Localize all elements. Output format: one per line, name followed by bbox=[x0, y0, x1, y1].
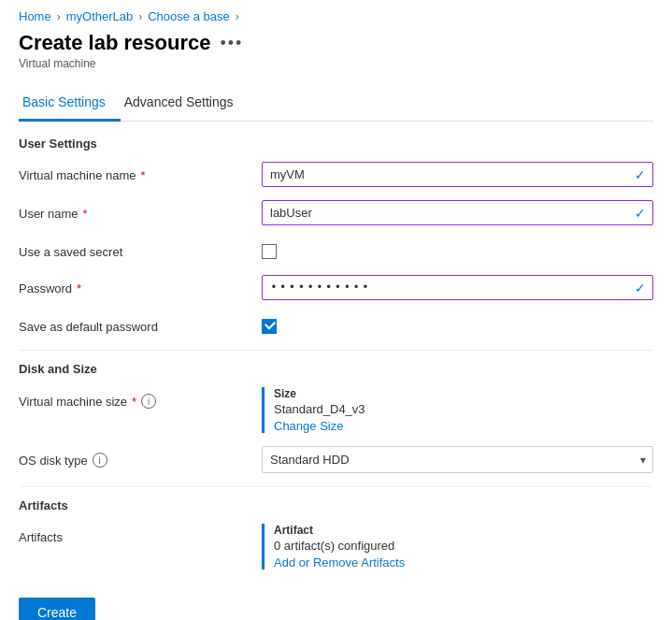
saved-secret-control bbox=[262, 238, 653, 262]
vm-size-control: Size Standard_D4_v3 Change Size bbox=[262, 387, 653, 433]
change-size-link[interactable]: Change Size bbox=[274, 419, 343, 433]
password-control: ✓ bbox=[262, 275, 653, 300]
add-remove-artifacts-link[interactable]: Add or Remove Artifacts bbox=[274, 555, 405, 570]
vm-size-row: Virtual machine size * i Size Standard_D… bbox=[19, 387, 653, 433]
save-default-label: Save as default password bbox=[19, 313, 262, 334]
save-default-row: Save as default password bbox=[19, 313, 653, 337]
tabs-container: Basic Settings Advanced Settings bbox=[19, 85, 653, 122]
vm-name-check-icon: ✓ bbox=[635, 167, 646, 182]
vm-name-row: Virtual machine name * ✓ bbox=[19, 162, 653, 187]
os-disk-control: Standard HDD Standard SSD Premium SSD ▾ bbox=[262, 446, 653, 473]
size-heading: Size bbox=[274, 387, 653, 400]
create-button[interactable]: Create bbox=[19, 598, 95, 620]
save-default-checkbox[interactable] bbox=[262, 319, 277, 334]
password-input-wrapper: ✓ bbox=[262, 275, 653, 300]
saved-secret-row: Use a saved secret bbox=[19, 238, 653, 262]
page-subtitle: Virtual machine bbox=[19, 57, 653, 70]
vm-name-control: ✓ bbox=[262, 162, 653, 187]
username-check-icon: ✓ bbox=[635, 206, 646, 221]
username-input-wrapper: ✓ bbox=[262, 200, 653, 225]
vm-size-info-icon[interactable]: i bbox=[141, 394, 156, 409]
password-label: Password * bbox=[19, 275, 262, 296]
username-row: User name * ✓ bbox=[19, 200, 653, 225]
vm-size-label: Virtual machine size * i bbox=[19, 387, 262, 409]
basic-settings-form: User Settings Virtual machine name * ✓ U… bbox=[19, 137, 653, 620]
page-title: Create lab resource bbox=[19, 31, 210, 55]
artifacts-section-title: Artifacts bbox=[19, 498, 653, 512]
saved-secret-label: Use a saved secret bbox=[19, 238, 262, 259]
artifact-block: Artifact 0 artifact(s) configured Add or… bbox=[262, 524, 653, 570]
os-disk-select[interactable]: Standard HDD Standard SSD Premium SSD bbox=[262, 446, 653, 473]
more-options-icon[interactable]: ••• bbox=[220, 34, 243, 53]
username-input[interactable] bbox=[262, 200, 653, 225]
section-divider-1 bbox=[19, 350, 653, 351]
section-divider-2 bbox=[19, 486, 653, 487]
password-required: * bbox=[77, 281, 81, 296]
page-header: Create lab resource ••• bbox=[19, 31, 653, 55]
password-input[interactable] bbox=[262, 275, 653, 300]
actions-bar: Create bbox=[19, 588, 653, 620]
user-settings-title: User Settings bbox=[19, 137, 653, 151]
username-required: * bbox=[83, 207, 88, 221]
save-default-control bbox=[262, 313, 653, 337]
breadcrumb-lab[interactable]: myOtherLab bbox=[66, 9, 134, 23]
os-disk-label: OS disk type i bbox=[19, 446, 262, 468]
breadcrumb-choose-base[interactable]: Choose a base bbox=[148, 9, 229, 23]
artifacts-label: Artifacts bbox=[19, 524, 262, 544]
tab-basic-settings[interactable]: Basic Settings bbox=[19, 85, 121, 122]
artifacts-row: Artifacts Artifact 0 artifact(s) configu… bbox=[19, 524, 653, 570]
os-disk-row: OS disk type i Standard HDD Standard SSD… bbox=[19, 446, 653, 473]
username-control: ✓ bbox=[262, 200, 653, 225]
saved-secret-checkbox[interactable] bbox=[262, 244, 277, 259]
vm-name-required: * bbox=[141, 168, 146, 182]
os-disk-select-wrapper: Standard HDD Standard SSD Premium SSD ▾ bbox=[262, 446, 653, 473]
breadcrumb: Home › myOtherLab › Choose a base › bbox=[19, 9, 653, 23]
tab-advanced-settings[interactable]: Advanced Settings bbox=[121, 85, 249, 122]
vm-name-input[interactable] bbox=[262, 162, 653, 187]
size-value: Standard_D4_v3 bbox=[274, 402, 653, 416]
os-disk-info-icon[interactable]: i bbox=[93, 453, 107, 468]
vm-name-input-wrapper: ✓ bbox=[262, 162, 653, 187]
password-check-icon: ✓ bbox=[635, 281, 646, 296]
password-row: Password * ✓ bbox=[19, 275, 653, 300]
breadcrumb-sep-3: › bbox=[236, 10, 239, 23]
page-container: Home › myOtherLab › Choose a base › Crea… bbox=[0, 0, 672, 620]
artifact-count: 0 artifact(s) configured bbox=[274, 539, 653, 553]
artifact-heading: Artifact bbox=[274, 524, 653, 537]
vm-name-label: Virtual machine name * bbox=[19, 162, 262, 182]
vm-size-required: * bbox=[132, 395, 136, 409]
disk-size-title: Disk and Size bbox=[19, 362, 653, 376]
artifacts-control: Artifact 0 artifact(s) configured Add or… bbox=[262, 524, 653, 570]
breadcrumb-sep-1: › bbox=[57, 10, 61, 23]
size-block: Size Standard_D4_v3 Change Size bbox=[262, 387, 653, 433]
breadcrumb-home[interactable]: Home bbox=[19, 9, 51, 23]
breadcrumb-sep-2: › bbox=[138, 10, 142, 23]
username-label: User name * bbox=[19, 200, 262, 221]
